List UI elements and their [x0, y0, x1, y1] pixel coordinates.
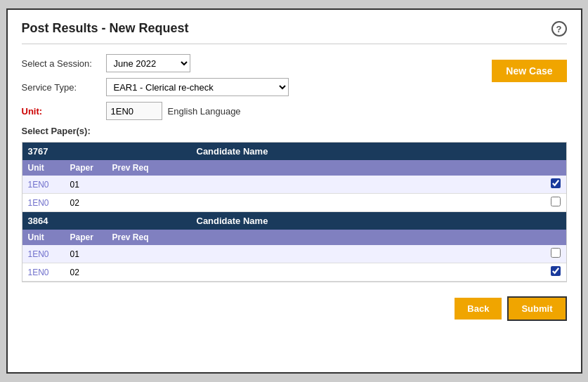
spacer-col2	[528, 194, 545, 212]
candidate-id: 3767	[22, 143, 107, 160]
checkbox-cell	[545, 176, 566, 194]
checkbox-cell	[545, 245, 566, 263]
paper-cell: 02	[65, 194, 107, 212]
bottom-row: Back Submit	[22, 296, 567, 321]
row-checkbox[interactable]	[551, 248, 561, 258]
col-checkbox-header	[545, 230, 566, 245]
col-paper: Paper	[65, 230, 107, 245]
unit-control: English Language	[106, 102, 457, 120]
unit-label: Unit:	[22, 106, 106, 117]
back-button[interactable]: Back	[455, 298, 502, 320]
select-papers-section: Select Paper(s): 3767 Candidate Name Uni…	[22, 126, 567, 282]
table-row: 1EN0 02	[22, 263, 566, 282]
sep3	[545, 143, 566, 160]
modal-container: Post Results - New Request ? Select a Se…	[6, 8, 582, 374]
spacer-col1	[511, 263, 528, 282]
table-row: 1EN0 01	[22, 245, 566, 263]
sep3	[545, 212, 566, 230]
service-row: Service Type: EAR1 - Clerical re-check	[22, 78, 457, 96]
table-row: 1EN0 01	[22, 176, 566, 194]
sep1	[511, 212, 528, 230]
checkbox-cell	[545, 194, 566, 212]
checkbox-cell	[545, 263, 566, 282]
col-s1	[511, 230, 528, 245]
session-row: Select a Session: June 2022	[22, 54, 457, 72]
candidate-name-header: Candidate Name	[191, 143, 511, 160]
unit-cell: 1EN0	[22, 194, 65, 212]
col-paper: Paper	[65, 160, 107, 176]
col-name	[191, 230, 511, 245]
prevreq-cell	[107, 194, 191, 212]
papers-table-wrapper: 3767 Candidate Name Unit Paper Prev Req …	[22, 142, 567, 282]
paper-cell: 01	[65, 176, 107, 194]
col-s1	[511, 160, 528, 176]
unit-cell: 1EN0	[22, 245, 65, 263]
col-s2	[528, 230, 545, 245]
candidate-header-row: 3767 Candidate Name	[22, 143, 566, 160]
session-control: June 2022	[106, 54, 457, 72]
col-checkbox-header	[545, 160, 566, 176]
unit-cell: 1EN0	[22, 263, 65, 282]
name-cell	[191, 176, 511, 194]
spacer-col2	[528, 176, 545, 194]
modal-title: Post Results - New Request	[22, 21, 189, 36]
spacer-col1	[511, 245, 528, 263]
form-fields: Select a Session: June 2022 Service Type…	[22, 54, 457, 126]
select-papers-label: Select Paper(s):	[22, 126, 567, 136]
candidate-header-spacer	[107, 143, 191, 160]
modal-header: Post Results - New Request ?	[22, 21, 567, 44]
unit-input[interactable]	[106, 102, 162, 120]
service-control: EAR1 - Clerical re-check	[106, 78, 457, 96]
unit-name: English Language	[168, 106, 241, 117]
col-unit: Unit	[22, 230, 65, 245]
sep2	[528, 143, 545, 160]
col-header-row: Unit Paper Prev Req	[22, 160, 566, 176]
name-cell	[191, 194, 511, 212]
col-header-row: Unit Paper Prev Req	[22, 230, 566, 245]
name-cell	[191, 245, 511, 263]
session-label: Select a Session:	[22, 58, 106, 69]
prevreq-cell	[107, 245, 191, 263]
help-icon[interactable]: ?	[551, 21, 567, 37]
prevreq-cell	[107, 176, 191, 194]
sep1	[511, 143, 528, 160]
paper-cell: 02	[65, 263, 107, 282]
candidate-id: 3864	[22, 212, 107, 230]
row-checkbox[interactable]	[551, 197, 561, 206]
spacer-col1	[511, 194, 528, 212]
col-s2	[528, 160, 545, 176]
prevreq-cell	[107, 263, 191, 282]
candidate-name-header: Candidate Name	[191, 212, 511, 230]
submit-button[interactable]: Submit	[507, 296, 566, 321]
spacer-col1	[511, 176, 528, 194]
row-checkbox[interactable]	[551, 266, 561, 276]
candidate-header-row: 3864 Candidate Name	[22, 212, 566, 230]
row-checkbox[interactable]	[551, 178, 561, 188]
candidate-header-spacer	[107, 212, 191, 230]
unit-cell: 1EN0	[22, 176, 65, 194]
service-label: Service Type:	[22, 82, 106, 93]
session-select[interactable]: June 2022	[106, 54, 190, 72]
paper-cell: 01	[65, 245, 107, 263]
service-select[interactable]: EAR1 - Clerical re-check	[106, 78, 289, 96]
col-unit: Unit	[22, 160, 65, 176]
col-prevreq: Prev Req	[107, 230, 191, 245]
sep2	[528, 212, 545, 230]
unit-row: Unit: English Language	[22, 102, 457, 120]
table-row: 1EN0 02	[22, 194, 566, 212]
col-prevreq: Prev Req	[107, 160, 191, 176]
spacer-col2	[528, 245, 545, 263]
col-name	[191, 160, 511, 176]
spacer-col2	[528, 263, 545, 282]
new-case-wrapper: New Case	[478, 54, 566, 82]
top-row: Select a Session: June 2022 Service Type…	[22, 54, 567, 126]
new-case-button[interactable]: New Case	[492, 60, 566, 82]
name-cell	[191, 263, 511, 282]
papers-table: 3767 Candidate Name Unit Paper Prev Req …	[22, 143, 566, 282]
